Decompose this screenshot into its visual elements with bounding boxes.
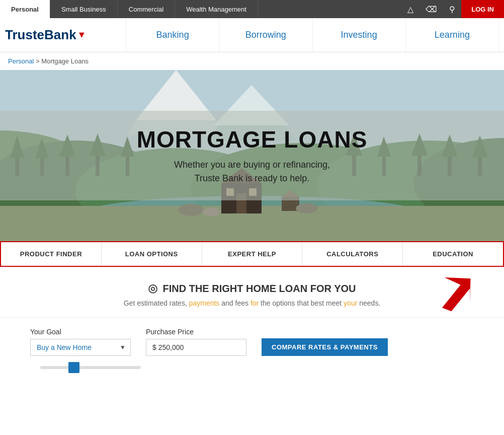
nav-investing[interactable]: Investing <box>313 18 406 52</box>
goal-select-wrapper: Buy a New Home Refinance Home Equity ▼ <box>30 339 131 356</box>
tabs-bar: PRODUCT FINDER LOAN OPTIONS EXPERT HELP … <box>0 241 504 267</box>
slider-area <box>0 361 504 384</box>
find-subtitle: Get estimated rates, payments and fees f… <box>10 299 494 307</box>
price-group: Purchase Price <box>146 328 246 356</box>
price-label: Purchase Price <box>146 328 246 336</box>
arrow-indicator <box>430 269 482 321</box>
main-nav: TrusteBank ▼ Banking Borrowing Investing… <box>0 18 504 52</box>
login-button[interactable]: LOG IN <box>461 0 504 18</box>
find-section: ◎ FIND THE RIGHT HOME LOAN FOR YOU Get e… <box>0 267 504 318</box>
location-icon[interactable]: △ <box>401 0 419 18</box>
goal-select[interactable]: Buy a New Home Refinance Home Equity <box>30 339 131 356</box>
nav-personal[interactable]: Personal <box>0 0 50 18</box>
price-input[interactable] <box>146 339 246 356</box>
target-icon: ◎ <box>148 282 157 295</box>
logo[interactable]: TrusteBank ▼ <box>5 27 116 43</box>
breadcrumb: Personal > Mortgage Loans <box>0 52 504 70</box>
goal-label: Your Goal <box>30 328 131 336</box>
tab-product-finder[interactable]: PRODUCT FINDER <box>1 242 102 266</box>
nav-borrowing[interactable]: Borrowing <box>219 18 312 52</box>
tab-education[interactable]: EDUCATION <box>403 242 503 266</box>
goal-group: Your Goal Buy a New Home Refinance Home … <box>30 328 131 356</box>
price-slider-track <box>40 366 141 369</box>
logo-triangle-icon: ▼ <box>77 30 87 40</box>
svg-marker-43 <box>433 269 479 314</box>
svg-point-41 <box>202 207 220 216</box>
top-nav: Personal Small Business Commercial Wealt… <box>0 0 504 18</box>
tab-calculators[interactable]: CALCULATORS <box>302 242 403 266</box>
nav-small-business[interactable]: Small Business <box>50 0 118 18</box>
search-icon[interactable]: ⚲ <box>443 0 461 18</box>
nav-wealth-management[interactable]: Wealth Management <box>175 0 258 18</box>
hero-section: MORTGAGE LOANS Whether you are buying or… <box>0 70 504 241</box>
breadcrumb-separator: > <box>36 57 41 65</box>
hero-title: MORTGAGE LOANS <box>30 126 474 153</box>
mobile-icon[interactable]: ⌫ <box>419 0 443 18</box>
svg-point-40 <box>179 204 204 216</box>
hero-content: MORTGAGE LOANS Whether you are buying or… <box>0 111 504 200</box>
nav-commercial[interactable]: Commercial <box>118 0 175 18</box>
hero-subtitle: Whether you are buying or refinancing, T… <box>30 158 474 185</box>
slider-fill <box>40 366 70 369</box>
nav-learning[interactable]: Learning <box>406 18 499 52</box>
find-title: ◎ FIND THE RIGHT HOME LOAN FOR YOU <box>10 282 494 295</box>
main-nav-links: Banking Borrowing Investing Learning <box>126 18 499 52</box>
form-row: Your Goal Buy a New Home Refinance Home … <box>0 318 504 361</box>
breadcrumb-parent[interactable]: Personal <box>8 57 34 65</box>
tab-expert-help[interactable]: EXPERT HELP <box>202 242 303 266</box>
compare-rates-button[interactable]: COMPARE RATES & PAYMENTS <box>262 338 388 356</box>
svg-point-42 <box>296 203 318 213</box>
breadcrumb-current: Mortgage Loans <box>41 57 89 65</box>
slider-container <box>35 366 136 369</box>
logo-text: TrusteBank <box>5 27 76 43</box>
nav-banking[interactable]: Banking <box>126 18 219 52</box>
tab-loan-options[interactable]: LOAN OPTIONS <box>102 242 202 266</box>
slider-thumb[interactable] <box>68 362 79 373</box>
